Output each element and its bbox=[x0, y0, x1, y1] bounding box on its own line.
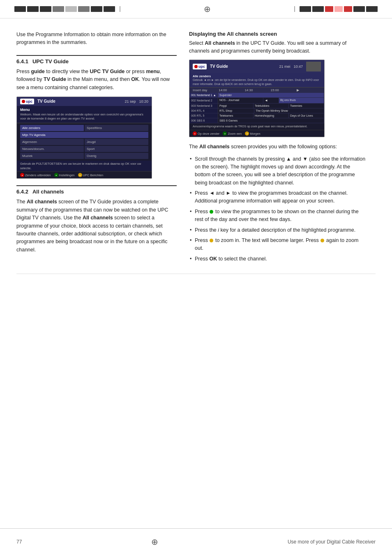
menu-item-sport[interactable]: Sport bbox=[85, 146, 148, 152]
channel-row-003: 003 Nederland 3 Peppi Teletubbies Tweeni… bbox=[189, 104, 324, 108]
bullet-list: Scroll through the channels by pressing … bbox=[189, 155, 366, 263]
programme-slots-004: RTL Shop The Oprah Winfrey Show bbox=[218, 108, 324, 113]
tv-guide-info: Amusementsprogramma waarin de TROS op zo… bbox=[189, 123, 324, 130]
tv-guide-footer: ● Zenders uitbreiden ● Instellingen ● UP… bbox=[17, 171, 152, 178]
prog-bij-ons-thuis[interactable]: Bij ons thuis bbox=[279, 98, 324, 103]
tv-guide-date-2: 21 mei bbox=[279, 64, 290, 69]
tv-nav-text: Gebruik de PIJLTJETOETSEN om uw keuze te… bbox=[17, 161, 152, 172]
channel-name-003: 003 Nederland 3 bbox=[189, 104, 218, 108]
strip-segment bbox=[53, 6, 64, 12]
top-strip-right bbox=[291, 6, 378, 12]
channel-grid: 001 Nederland 1 ▲ Superster 002 Nederlan… bbox=[189, 93, 324, 123]
tv-guide-header: upc TV Guide 21 sep 10:20 bbox=[17, 97, 152, 106]
menu-item-alle-zenders[interactable]: Alle zenders bbox=[20, 125, 84, 131]
channel-name-006: 006 SBS 6 bbox=[189, 118, 218, 123]
channel-name-002: 002 Nederland 2 bbox=[189, 98, 218, 103]
menu-item-jeugd[interactable]: Jeugd bbox=[85, 139, 148, 145]
all-channels-body-text: The All channels screen provides you wit… bbox=[189, 143, 366, 151]
time-slot-1430: 14:30 bbox=[244, 88, 269, 92]
page-number: 77 bbox=[16, 539, 22, 545]
footer-btn-zenders[interactable]: ● Zenders uitbreiden bbox=[20, 173, 51, 177]
prog-rtl-shop[interactable]: RTL Shop bbox=[218, 108, 254, 113]
upc-circle-icon bbox=[22, 100, 25, 103]
footer-btn-zenders-label: Zenders uitbreiden bbox=[25, 173, 51, 177]
bullet-item-zoom: Press to zoom in. The text will become l… bbox=[189, 237, 366, 253]
corner-mark bbox=[291, 6, 295, 12]
upc-text-2: upc bbox=[198, 64, 205, 69]
menu-item-algemeen[interactable]: Algemeen bbox=[20, 139, 84, 145]
prog-tweenies[interactable]: Tweenies bbox=[289, 104, 324, 108]
strip-segment bbox=[312, 6, 324, 12]
crosshair-bottom-icon: ⊕ bbox=[151, 537, 158, 547]
strip-segment bbox=[14, 6, 26, 12]
strip-segment bbox=[334, 6, 343, 12]
bottom-crosshair: ⊕ bbox=[148, 534, 161, 550]
red-button-icon-2: ● bbox=[193, 131, 197, 136]
strip-segment bbox=[300, 6, 311, 12]
strip-segment bbox=[27, 6, 39, 12]
yellow-circle-icon-2 bbox=[321, 239, 324, 242]
time-slot-1400: 14:00 bbox=[219, 88, 243, 92]
tv-guide-screenshot-1: upc TV Guide 21 sep 10:20 Menu Welkom. M… bbox=[16, 97, 152, 179]
strip-segment bbox=[344, 6, 352, 12]
right-intro-text: Select All channels in the UPC TV Guide.… bbox=[189, 39, 366, 55]
bullet-item-green-button: Press to view the programmes to be shown… bbox=[189, 208, 366, 224]
footer-btn-op-deze-zender[interactable]: ● Op deze zender bbox=[193, 131, 219, 136]
prog-oprah[interactable]: The Oprah Winfrey Show bbox=[254, 108, 324, 113]
strip-segment bbox=[366, 6, 378, 12]
prog-days-of-our-lives[interactable]: Days of Our Lives bbox=[289, 113, 324, 118]
time-slot-label: Insert day bbox=[193, 88, 217, 92]
section-642-body: The All channels screen of the TV Guide … bbox=[16, 198, 177, 254]
prog-homeshopping[interactable]: Homeshopping bbox=[254, 113, 289, 118]
menu-item-mijn-tv[interactable]: Mijn TV Agenda bbox=[20, 132, 148, 138]
prog-nos-journaal[interactable]: NOS - Journaal bbox=[218, 98, 263, 103]
strip-segment bbox=[91, 6, 102, 12]
left-column: Use the Programme Information to obtain … bbox=[16, 31, 177, 265]
section-title-641: UPC TV Guide bbox=[32, 58, 69, 64]
tv-guide-title-2: TV Guide bbox=[210, 64, 276, 69]
footer-text: Use more of your Digital Cable Receiver bbox=[288, 539, 376, 545]
prog-teletubbies[interactable]: Teletubbies bbox=[254, 104, 289, 108]
channel-row-002: 002 Nederland 2 NOS - Journaal ◄ Bij ons… bbox=[189, 98, 324, 104]
tv-guide-2-header: upc TV Guide 21 mei 10:47 bbox=[189, 60, 324, 73]
green-button-icon: ● bbox=[54, 173, 58, 177]
section-641-body: Press guide to directly view the UPC TV … bbox=[16, 68, 177, 179]
footer-label-op-deze-zender: Op deze zender bbox=[198, 132, 219, 136]
menu-item-speelfilms[interactable]: Speelfilms bbox=[85, 125, 148, 131]
section-number-642: 6.4.2 bbox=[16, 189, 28, 195]
footer-btn-morgen[interactable]: ● Morgen bbox=[245, 131, 260, 136]
channel-name-001: 001 Nederland 1 ▲ bbox=[189, 93, 218, 97]
menu-desc: Welkom. Maak een keuze uit de onderstaan… bbox=[20, 113, 148, 121]
right-column: Displaying the All channels screen Selec… bbox=[189, 31, 366, 265]
strip-segment bbox=[78, 6, 90, 12]
programme-slots-003: Peppi Teletubbies Tweenies bbox=[218, 104, 324, 108]
bullet-item-left-right: Press ◄ and ► to view the programmes bro… bbox=[189, 189, 366, 205]
time-slot-1500: 15:00 bbox=[271, 88, 295, 92]
footer-btn-instellingen-label: Instellingen bbox=[59, 173, 75, 177]
prog-peppi[interactable]: Peppi bbox=[218, 104, 254, 108]
main-content: Use the Programme Information to obtain … bbox=[0, 18, 392, 274]
programme-slots-005: Telekames Homeshopping Days of Our Lives bbox=[218, 113, 324, 118]
green-circle-icon bbox=[210, 210, 213, 214]
footer-btn-berichten[interactable]: ● UPC Berichten bbox=[78, 173, 104, 177]
menu-item-overig[interactable]: Overig bbox=[85, 153, 148, 159]
all-channels-desc: Gebruik ◄ en ► om de tijd te veranderen.… bbox=[193, 78, 321, 86]
section-641-text: Press guide to directly view the UPC TV … bbox=[16, 68, 177, 92]
channel-row-001: 001 Nederland 1 ▲ Superster bbox=[189, 93, 324, 98]
menu-item-muziek[interactable]: Muziek bbox=[20, 153, 84, 159]
yellow-circle-icon-1 bbox=[210, 239, 213, 242]
menu-item-nieuws[interactable]: Nieuws/docum. bbox=[20, 146, 84, 152]
channel-thumbnail bbox=[306, 62, 321, 71]
prog-superster[interactable]: Superster bbox=[218, 93, 324, 97]
prog-sbs6-games[interactable]: SBS 6 Games bbox=[218, 118, 324, 123]
strip-segment bbox=[104, 6, 115, 12]
footer-btn-zoom-een[interactable]: ● Zoom een bbox=[223, 131, 242, 136]
channel-row-004: 004 RTL 4 RTL Shop The Oprah Winfrey Sho… bbox=[189, 108, 324, 113]
right-heading-all-channels: Displaying the All channels screen bbox=[189, 31, 366, 37]
channel-name-004: 004 RTL 4 bbox=[189, 108, 218, 113]
prog-telekames[interactable]: Telekames bbox=[218, 113, 254, 118]
all-channels-bar: Alle zenders Gebruik ◄ en ► om de tijd t… bbox=[189, 73, 324, 88]
footer-btn-instellingen[interactable]: ● Instellingen bbox=[54, 173, 75, 177]
footer-btn-berichten-label: UPC Berichten bbox=[83, 173, 104, 177]
intro-paragraph: Use the Programme Information to obtain … bbox=[16, 31, 177, 47]
